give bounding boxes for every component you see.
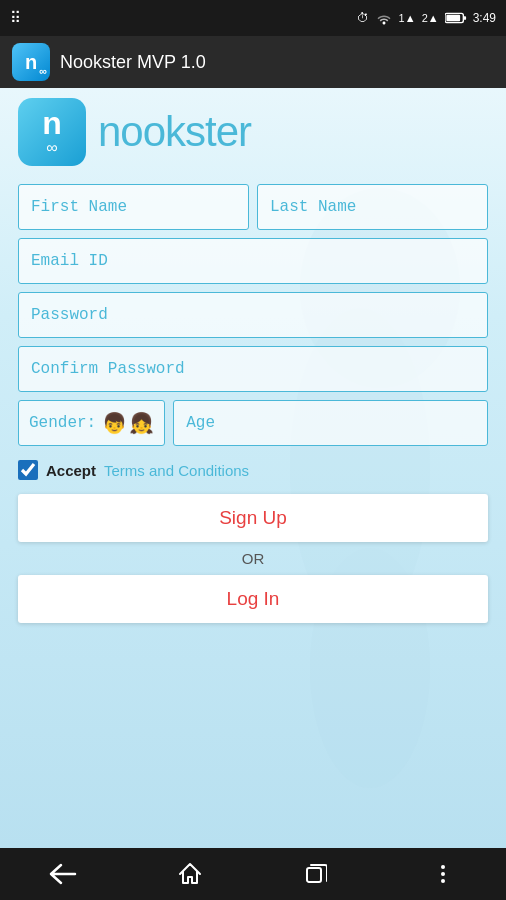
signal2-icon: 2▲ (422, 12, 439, 24)
app-icon-letter: n (25, 51, 37, 74)
male-icon: 👦 (102, 411, 127, 435)
gender-box: Gender: 👦 👧 (18, 400, 165, 446)
logo-area: n ∞ nookster (18, 98, 488, 166)
battery-icon (445, 12, 467, 24)
more-button[interactable] (421, 852, 465, 896)
logo-infinity: ∞ (46, 139, 57, 157)
nav-bar (0, 848, 506, 900)
gender-icons: 👦 👧 (102, 411, 154, 435)
accept-label: Accept (46, 462, 96, 479)
time-display: 3:49 (473, 11, 496, 25)
name-row (18, 184, 488, 230)
form-area: Gender: 👦 👧 Accept Terms and Conditions … (18, 184, 488, 623)
title-bar: n ∞ Nookster MVP 1.0 (0, 36, 506, 88)
email-input[interactable] (18, 238, 488, 284)
or-divider: OR (18, 550, 488, 567)
age-input[interactable] (173, 400, 488, 446)
more-dots-icon (441, 865, 445, 883)
logo-icon: n ∞ (18, 98, 86, 166)
logo-letter: n (42, 107, 62, 139)
login-button[interactable]: Log In (18, 575, 488, 623)
accept-terms-checkbox[interactable] (18, 460, 38, 480)
female-icon: 👧 (129, 411, 154, 435)
app-title: Nookster MVP 1.0 (60, 52, 206, 73)
menu-icon: ⠿ (10, 9, 22, 27)
signup-button[interactable]: Sign Up (18, 494, 488, 542)
clock-icon: ⏱ (357, 11, 369, 25)
status-bar: ⠿ ⏱ 1▲ 2▲ 3:49 (0, 0, 506, 36)
terms-row: Accept Terms and Conditions (18, 460, 488, 480)
back-button[interactable] (41, 852, 85, 896)
recent-apps-button[interactable] (294, 852, 338, 896)
gender-label: Gender: (29, 414, 96, 432)
status-bar-right: ⏱ 1▲ 2▲ 3:49 (357, 11, 496, 25)
first-name-input[interactable] (18, 184, 249, 230)
status-bar-left: ⠿ (10, 9, 22, 27)
password-input[interactable] (18, 292, 488, 338)
svg-rect-1 (463, 16, 466, 20)
gender-age-row: Gender: 👦 👧 (18, 400, 488, 446)
home-button[interactable] (168, 852, 212, 896)
app-icon: n ∞ (12, 43, 50, 81)
terms-link[interactable]: Terms and Conditions (104, 462, 249, 479)
svg-rect-6 (307, 868, 321, 882)
last-name-input[interactable] (257, 184, 488, 230)
svg-rect-2 (446, 15, 460, 21)
main-content: n ∞ nookster Gender: 👦 👧 (0, 88, 506, 848)
confirm-password-input[interactable] (18, 346, 488, 392)
signal1-icon: 1▲ (399, 12, 416, 24)
logo-brand: nookster (98, 108, 251, 156)
wifi-icon (375, 11, 393, 25)
app-icon-infinity: ∞ (39, 65, 47, 77)
